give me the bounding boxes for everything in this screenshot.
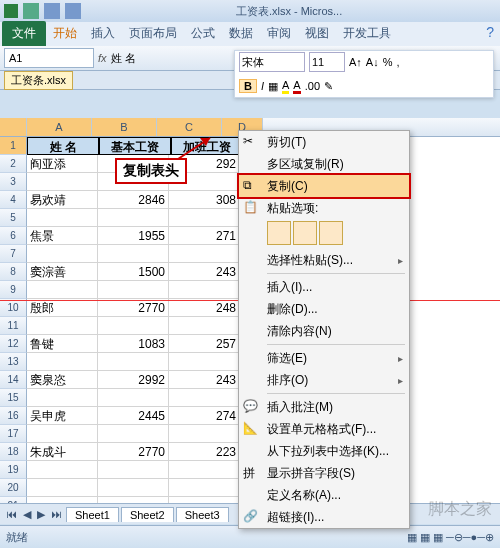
tab-insert[interactable]: 插入: [84, 21, 122, 46]
paste-option-buttons[interactable]: [239, 219, 409, 249]
menu-filter[interactable]: 筛选(E): [239, 347, 409, 369]
menu-hyperlink[interactable]: 🔗超链接(I)...: [239, 506, 409, 528]
file-tab[interactable]: 文件: [2, 21, 46, 46]
undo-icon[interactable]: [44, 3, 60, 19]
fx-icon[interactable]: fx: [98, 52, 107, 64]
sheet-nav-first[interactable]: ⏮: [4, 508, 19, 520]
select-all[interactable]: [0, 118, 27, 136]
percent-icon[interactable]: %: [383, 56, 393, 68]
context-menu[interactable]: ✂剪切(T) 多区域复制(R) ⧉复制(C) 📋粘贴选项: 选择性粘贴(S)..…: [238, 130, 410, 529]
sheet-nav-prev[interactable]: ◀: [21, 508, 33, 521]
italic-button[interactable]: I: [261, 80, 264, 92]
title-bar: 工资表.xlsx - Micros...: [0, 0, 500, 22]
copy-icon: ⧉: [243, 178, 259, 194]
pinyin-icon: 拼: [243, 465, 259, 481]
fill-color-icon[interactable]: A: [282, 79, 289, 94]
menu-define-name[interactable]: 定义名称(A)...: [239, 484, 409, 506]
status-text: 就绪: [6, 530, 28, 545]
tab-home[interactable]: 开始: [46, 21, 84, 46]
col-B[interactable]: B: [92, 118, 157, 136]
watermark: 脚本之家: [428, 499, 492, 520]
name-box[interactable]: A1: [4, 48, 94, 68]
font-color-icon[interactable]: A: [293, 79, 300, 94]
comma-icon[interactable]: ,: [396, 56, 399, 68]
font-name[interactable]: [239, 52, 305, 72]
menu-delete[interactable]: 删除(D)...: [239, 298, 409, 320]
redo-icon[interactable]: [65, 3, 81, 19]
scissors-icon: ✂: [243, 134, 259, 150]
formula-text[interactable]: 姓 名: [111, 51, 136, 66]
annotation-callout: 复制表头: [115, 158, 187, 184]
zoom-controls[interactable]: ▦ ▦ ▦ ─⊖─●─⊕: [407, 531, 494, 544]
menu-format-cells[interactable]: 📐设置单元格格式(F)...: [239, 418, 409, 440]
clipboard-icon: 📋: [243, 200, 259, 216]
col-C[interactable]: C: [157, 118, 222, 136]
menu-copy[interactable]: ⧉复制(C): [237, 173, 411, 199]
format-icon: 📐: [243, 421, 259, 437]
tab-data[interactable]: 数据: [222, 21, 260, 46]
menu-paste-special[interactable]: 选择性粘贴(S)...: [239, 249, 409, 271]
save-icon[interactable]: [23, 3, 39, 19]
sheet-nav-next[interactable]: ▶: [35, 508, 47, 521]
bold-button[interactable]: B: [239, 79, 257, 93]
border-icon[interactable]: ▦: [268, 80, 278, 93]
link-icon: 🔗: [243, 509, 259, 525]
ribbon-tabs: 文件 开始 插入 页面布局 公式 数据 审阅 视图 开发工具 ?: [0, 22, 500, 46]
sheet-nav-last[interactable]: ⏭: [49, 508, 64, 520]
format-painter-icon[interactable]: ✎: [324, 80, 333, 93]
mini-toolbar[interactable]: A↑ A↓ % , B I ▦ A A .00 ✎: [234, 50, 494, 98]
sheet-tab-2[interactable]: Sheet2: [121, 507, 174, 522]
menu-sort[interactable]: 排序(O): [239, 369, 409, 391]
svg-marker-1: [200, 138, 210, 146]
sheet-tab-3[interactable]: Sheet3: [176, 507, 229, 522]
tab-review[interactable]: 审阅: [260, 21, 298, 46]
menu-paste-options: 📋粘贴选项:: [239, 197, 409, 219]
shrink-font-icon[interactable]: A↓: [366, 56, 379, 68]
comment-icon: 💬: [243, 399, 259, 415]
col-A[interactable]: A: [27, 118, 92, 136]
decimal-icon[interactable]: .00: [305, 80, 320, 92]
workbook-tab[interactable]: 工资条.xlsx: [4, 71, 73, 90]
sheet-tab-1[interactable]: Sheet1: [66, 507, 119, 522]
tab-dev[interactable]: 开发工具: [336, 21, 398, 46]
quick-access-toolbar[interactable]: [22, 3, 82, 19]
menu-dropdown[interactable]: 从下拉列表中选择(K)...: [239, 440, 409, 462]
menu-cut[interactable]: ✂剪切(T): [239, 131, 409, 153]
help-icon[interactable]: ?: [486, 24, 494, 40]
font-size[interactable]: [309, 52, 345, 72]
grow-font-icon[interactable]: A↑: [349, 56, 362, 68]
app-icon: [4, 4, 18, 18]
menu-clear[interactable]: 清除内容(N): [239, 320, 409, 342]
menu-insert[interactable]: 插入(I)...: [239, 276, 409, 298]
tab-view[interactable]: 视图: [298, 21, 336, 46]
tab-formula[interactable]: 公式: [184, 21, 222, 46]
menu-pinyin[interactable]: 拼显示拼音字段(S): [239, 462, 409, 484]
menu-comment[interactable]: 💬插入批注(M): [239, 396, 409, 418]
menu-copy-region[interactable]: 多区域复制(R): [239, 153, 409, 175]
tab-layout[interactable]: 页面布局: [122, 21, 184, 46]
window-title: 工资表.xlsx - Micros...: [82, 4, 496, 19]
